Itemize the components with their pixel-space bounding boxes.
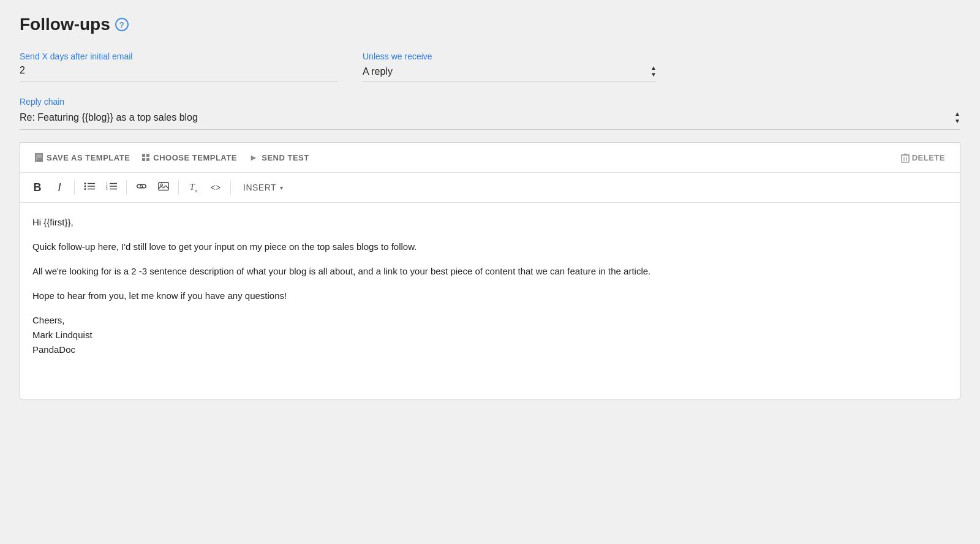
bold-icon: B	[34, 181, 42, 194]
reply-chain-select[interactable]: Re: Featuring {{blog}} as a top sales bl…	[20, 110, 960, 130]
page-title-section: Follow-ups ?	[20, 15, 960, 34]
grid-icon	[142, 154, 149, 161]
reply-chain-value: Re: Featuring {{blog}} as a top sales bl…	[20, 112, 954, 123]
clear-format-button[interactable]: Tx	[184, 178, 203, 197]
editor-signature: Cheers, Mark Lindquist PandaDoc	[32, 313, 948, 357]
fields-row: Send X days after initial email 2 Unless…	[20, 51, 960, 82]
format-divider-4	[230, 180, 231, 195]
code-button[interactable]: <>	[206, 178, 225, 197]
reply-arrow-up-icon: ▲	[954, 110, 960, 117]
send-days-label: Send X days after initial email	[20, 51, 338, 61]
save-template-label: SAVE AS TEMPLATE	[47, 153, 130, 162]
unless-receive-arrows[interactable]: ▲ ▼	[650, 65, 657, 78]
ordered-list-icon: 1 2 3	[106, 182, 117, 193]
code-icon: <>	[211, 183, 221, 192]
send-icon: ►	[249, 153, 258, 162]
format-divider-2	[126, 180, 127, 195]
editor-line-6: Mark Lindquist	[32, 330, 92, 340]
arrow-down-icon: ▼	[650, 72, 657, 78]
editor-line-3: All we're looking for is a 2 -3 sentence…	[32, 264, 948, 279]
editor-line-5: Cheers,	[32, 315, 65, 325]
unless-receive-select[interactable]: A reply ▲ ▼	[363, 65, 657, 82]
svg-point-7	[85, 188, 86, 190]
editor-line-4: Hope to hear from you, let me know if yo…	[32, 289, 948, 303]
choose-template-label: CHOOSE TEMPLATE	[153, 153, 237, 162]
svg-point-18	[160, 184, 163, 186]
unordered-list-icon	[84, 182, 95, 193]
ordered-list-button[interactable]: 1 2 3	[102, 178, 121, 197]
save-icon	[35, 153, 43, 162]
editor-content[interactable]: Hi {{first}}, Quick follow-up here, I'd …	[20, 203, 960, 399]
bold-button[interactable]: B	[28, 178, 47, 197]
format-divider-3	[178, 180, 179, 195]
page-title: Follow-ups	[20, 15, 110, 34]
image-icon	[158, 181, 169, 194]
editor-line-1: Hi {{first}},	[32, 215, 948, 230]
reply-chain-arrows[interactable]: ▲ ▼	[954, 110, 960, 124]
send-test-button[interactable]: ► SEND TEST	[244, 150, 314, 165]
delete-label: DELETE	[912, 153, 945, 162]
reply-chain-section: Reply chain Re: Featuring {{blog}} as a …	[20, 97, 960, 130]
image-button[interactable]	[154, 178, 173, 197]
editor-toolbar-top: SAVE AS TEMPLATE CHOOSE TEMPLATE ► SEND …	[20, 143, 960, 173]
delete-button[interactable]: DELETE	[896, 151, 950, 165]
arrow-up-icon: ▲	[650, 65, 657, 71]
insert-dropdown-arrow: ▾	[280, 184, 284, 191]
clear-format-icon: Tx	[190, 182, 198, 194]
svg-rect-17	[159, 183, 168, 191]
svg-text:3: 3	[106, 187, 108, 191]
choose-template-button[interactable]: CHOOSE TEMPLATE	[137, 151, 242, 165]
link-icon	[136, 182, 147, 193]
reply-chain-label: Reply chain	[20, 97, 960, 107]
link-button[interactable]	[132, 178, 151, 197]
editor-container: SAVE AS TEMPLATE CHOOSE TEMPLATE ► SEND …	[20, 142, 960, 399]
italic-button[interactable]: I	[50, 178, 69, 197]
send-test-label: SEND TEST	[262, 153, 309, 162]
editor-line-7: PandaDoc	[32, 344, 75, 355]
svg-rect-0	[902, 155, 909, 162]
format-divider-1	[74, 180, 75, 195]
trash-icon	[901, 153, 908, 162]
help-icon[interactable]: ?	[115, 18, 129, 31]
send-days-value[interactable]: 2	[20, 65, 338, 81]
unordered-list-button[interactable]	[80, 178, 99, 197]
editor-toolbar-format: B I 1 2 3	[20, 173, 960, 203]
insert-button[interactable]: INSERT ▾	[236, 179, 291, 196]
italic-icon: I	[58, 181, 61, 194]
unless-receive-value: A reply	[363, 66, 650, 77]
save-template-button[interactable]: SAVE AS TEMPLATE	[30, 151, 135, 165]
reply-arrow-down-icon: ▼	[954, 118, 960, 124]
unless-receive-field: Unless we receive A reply ▲ ▼	[363, 51, 657, 82]
insert-label: INSERT	[243, 183, 276, 192]
send-days-field: Send X days after initial email 2	[20, 51, 338, 82]
editor-line-2: Quick follow-up here, I'd still love to …	[32, 240, 948, 254]
unless-receive-label: Unless we receive	[363, 51, 657, 61]
svg-point-5	[85, 183, 86, 184]
svg-point-6	[85, 186, 86, 187]
